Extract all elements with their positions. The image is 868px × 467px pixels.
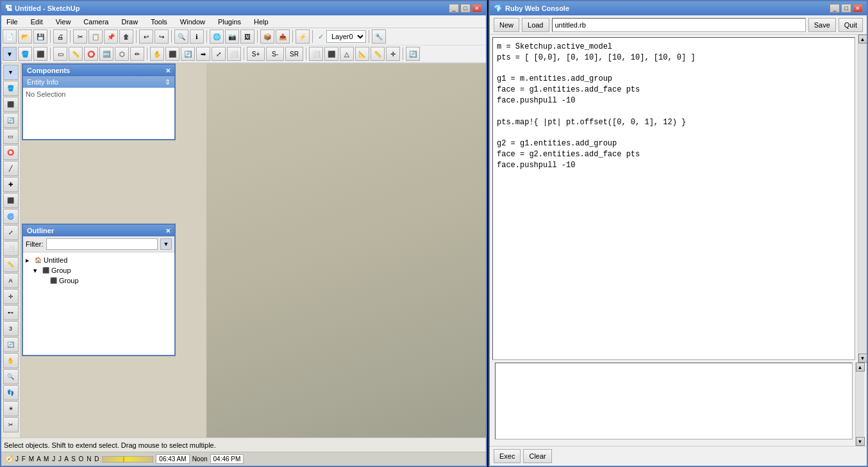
measure-tool[interactable]: △ — [340, 47, 354, 61]
undo-button[interactable]: ↩ — [139, 29, 153, 44]
sidebar-axis[interactable]: ✛ — [3, 289, 19, 304]
outliner-close-button[interactable]: ✕ — [165, 227, 171, 234]
minimize-button[interactable]: _ — [449, 4, 459, 13]
sidebar-offset[interactable]: ⬜ — [3, 241, 19, 256]
tape-tool[interactable]: 📏 — [371, 47, 385, 61]
sidebar-tape[interactable]: 📏 — [3, 257, 19, 272]
copy-button[interactable]: 📋 — [88, 29, 103, 44]
menu-view[interactable]: View — [53, 17, 74, 26]
scale-tool[interactable]: ⤢ — [212, 47, 226, 61]
sidebar-line[interactable]: ╱ — [3, 161, 19, 176]
sidebar-select[interactable]: ▼ — [3, 65, 19, 80]
layer-select[interactable]: Layer0 — [326, 30, 366, 43]
paste-button[interactable]: 📌 — [104, 29, 118, 44]
sidebar-section[interactable]: ✂ — [3, 417, 19, 432]
menu-tools[interactable]: Tools — [148, 17, 170, 26]
ruby-load-button[interactable]: Load — [522, 18, 549, 32]
export-button[interactable]: 📤 — [276, 29, 290, 44]
eraser-tool[interactable]: ⬛ — [33, 47, 47, 61]
viewport[interactable] — [206, 63, 486, 438]
sidebar-move[interactable]: ✚ — [3, 177, 19, 192]
sidebar-orbit[interactable]: 🔄 — [3, 337, 19, 352]
freehand-tool[interactable]: ✏ — [130, 47, 144, 61]
sidebar-rect[interactable]: ▭ — [3, 129, 19, 144]
arc-tool[interactable]: 🔤 — [99, 47, 113, 61]
rect-tool[interactable]: ▭ — [53, 47, 67, 61]
sidebar-circle[interactable]: ⭕ — [3, 145, 19, 160]
tree-expand-group1[interactable]: ▾ — [33, 266, 40, 275]
orbit-tool[interactable]: 🔄 — [406, 47, 420, 61]
ruby-minimize-button[interactable]: _ — [830, 4, 840, 13]
ruby-new-button[interactable]: New — [494, 18, 519, 32]
print-button[interactable]: 🖨 — [53, 29, 67, 44]
sidebar-rotate[interactable]: 🔄 — [3, 113, 19, 128]
tree-item-group1[interactable]: ▾ ⬛ Group — [33, 265, 172, 275]
menu-window[interactable]: Window — [178, 17, 208, 26]
line-tool[interactable]: 📏 — [69, 47, 83, 61]
select-tool[interactable]: ▼ — [3, 47, 17, 61]
erase-button[interactable]: 🗑 — [119, 29, 133, 44]
axis-tool[interactable]: ✛ — [386, 47, 400, 61]
sandbox-button-2[interactable]: S- — [266, 47, 284, 61]
import-button[interactable]: 📦 — [260, 29, 274, 44]
menu-edit[interactable]: Edit — [28, 17, 46, 26]
section-tool[interactable]: ⬜ — [309, 47, 323, 61]
menu-help[interactable]: Help — [251, 17, 271, 26]
photo-button[interactable]: 🖼 — [240, 29, 255, 44]
tree-expand-icon[interactable]: ▸ — [26, 256, 32, 265]
menu-camera[interactable]: Camera — [81, 17, 111, 26]
menu-plugins[interactable]: Plugins — [215, 17, 244, 26]
ruby-maximize-button[interactable]: □ — [841, 4, 851, 13]
paint-tool[interactable]: 🪣 — [18, 47, 32, 61]
output-scroll-track[interactable] — [856, 372, 864, 437]
rotate-tool[interactable]: 🔄 — [181, 47, 195, 61]
scroll-up-arrow[interactable]: ▲ — [858, 35, 867, 44]
scroll-down-arrow[interactable]: ▼ — [858, 354, 867, 363]
menu-file[interactable]: File — [4, 17, 21, 26]
maximize-button[interactable]: □ — [460, 4, 471, 13]
camera-button[interactable]: 📷 — [225, 29, 239, 44]
sandbox-button-3[interactable]: SR — [285, 47, 303, 61]
sidebar-paint[interactable]: 🪣 — [3, 81, 19, 96]
sidebar-text[interactable]: A — [3, 273, 19, 288]
info-button[interactable]: ℹ — [190, 29, 204, 44]
sidebar-sun[interactable]: ☀ — [3, 401, 19, 416]
offset-tool[interactable]: ⬜ — [227, 47, 241, 61]
sandbox-button-1[interactable]: S+ — [247, 47, 265, 61]
tree-item-group2[interactable]: ⬛ Group — [41, 275, 172, 286]
save-button[interactable]: 💾 — [33, 29, 47, 44]
search-button[interactable]: 🔍 — [174, 29, 188, 44]
sidebar-followme[interactable]: 🌀 — [3, 209, 19, 224]
filter-input[interactable] — [46, 238, 158, 250]
new-button[interactable]: 📄 — [3, 29, 17, 44]
xray-tool[interactable]: ⬛ — [324, 47, 338, 61]
menu-draw[interactable]: Draw — [119, 17, 140, 26]
output-scroll-down[interactable]: ▼ — [856, 437, 865, 446]
ruby-exec-button[interactable]: Exec — [494, 449, 521, 463]
ruby-filename-input[interactable] — [552, 18, 806, 32]
tree-item-untitled[interactable]: ▸ 🏠 Untitled — [26, 255, 172, 265]
sidebar-scale[interactable]: ⤢ — [3, 225, 19, 240]
close-button[interactable]: ✕ — [472, 4, 482, 13]
ruby-code-editor[interactable]: m = Sketchup.active_model pts = [ [0,0],… — [492, 37, 855, 360]
model-button[interactable]: 🌐 — [210, 29, 224, 44]
sidebar-pan[interactable]: ✋ — [3, 353, 19, 368]
components-close-button[interactable]: ✕ — [165, 67, 171, 74]
sidebar-eraser[interactable]: ⬛ — [3, 97, 19, 112]
sidebar-zoom[interactable]: 🔍 — [3, 369, 19, 384]
sidebar-dims[interactable]: ⊷ — [3, 305, 19, 320]
pushpull-tool[interactable]: ⬛ — [165, 47, 179, 61]
sidebar-3dtext[interactable]: 3 — [3, 321, 19, 336]
ruby-quit-button[interactable]: Quit — [839, 18, 863, 32]
output-scroll-up[interactable]: ▲ — [856, 363, 865, 372]
open-button[interactable]: 📂 — [18, 29, 32, 44]
editor-scrollbar[interactable]: ▲ ▼ — [858, 35, 867, 363]
circle-tool[interactable]: ⭕ — [84, 47, 98, 61]
ruby-close-button[interactable]: ✕ — [853, 4, 863, 13]
render-button[interactable]: ⚡ — [296, 29, 310, 44]
ruby-save-button[interactable]: Save — [808, 18, 836, 32]
angle-tool[interactable]: 📐 — [355, 47, 369, 61]
polygon-tool[interactable]: ⬡ — [115, 47, 129, 61]
sidebar-pushpull[interactable]: ⬛ — [3, 193, 19, 208]
followme-tool[interactable]: ➡ — [196, 47, 210, 61]
